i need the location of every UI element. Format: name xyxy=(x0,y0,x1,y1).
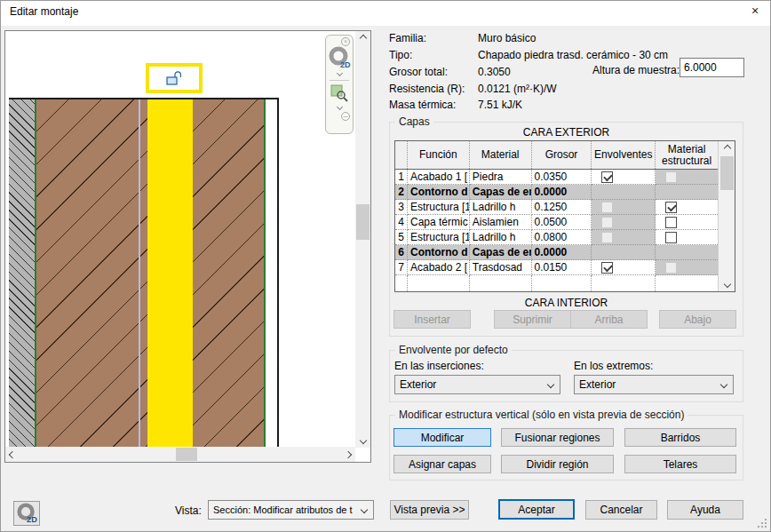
header-num xyxy=(395,141,408,169)
capas-group: Capas CARA EXTERIOR FunciónMaterialGroso… xyxy=(389,122,743,337)
preview-2d-button[interactable]: 2D xyxy=(13,501,40,526)
layer-row-6[interactable]: 6Contorno dCapas de en0.0000 xyxy=(395,245,718,260)
navbar-minimize-icon[interactable]: – xyxy=(341,112,350,121)
table-scroll-down-icon[interactable] xyxy=(719,277,735,291)
zoom-dropdown-icon[interactable] xyxy=(336,104,342,110)
aceptar-button[interactable]: Aceptar xyxy=(498,499,575,520)
structural-checkbox[interactable] xyxy=(665,217,677,228)
insertar-button[interactable]: Insertar xyxy=(393,310,471,329)
table-scroll-up-icon[interactable] xyxy=(719,141,735,155)
header-funcion: Función xyxy=(408,141,470,169)
structural-checkbox[interactable] xyxy=(665,232,677,243)
header-grosor: Grosor xyxy=(532,141,592,169)
layer-ladrillo-80 xyxy=(193,99,264,447)
grosor-total-value: 0.3050 xyxy=(478,66,511,78)
layer-row-4[interactable]: 4Capa térmicAislamien0.0500 xyxy=(395,215,718,230)
svg-text:2D: 2D xyxy=(27,515,37,524)
tipo-value: Chapado piedra trasd. cerámico - 30 cm xyxy=(478,49,668,61)
selection-highlight-box[interactable] xyxy=(146,63,203,93)
arriba-button[interactable]: Arriba xyxy=(570,310,648,329)
header-env: Envolventes xyxy=(592,141,656,169)
abajo-button[interactable]: Abajo xyxy=(659,310,736,329)
asignar-capas-button[interactable]: Asignar capas xyxy=(393,455,491,473)
navbar-divider xyxy=(330,80,349,81)
vista-select[interactable]: Sección: Modificar atributos de t xyxy=(208,500,374,520)
scroll-right-icon[interactable] xyxy=(341,447,355,462)
envolventes-checkbox[interactable] xyxy=(601,262,613,274)
navbar-close-icon[interactable]: × xyxy=(341,37,350,46)
envolventes-checkbox xyxy=(602,202,612,212)
layer-piedra xyxy=(9,99,35,447)
layer-ladrillo-125 xyxy=(36,99,147,447)
envolventes-checkbox[interactable] xyxy=(601,171,613,183)
envolvente-group-label: Envolvente por defecto xyxy=(395,344,512,356)
vista-previa-button[interactable]: Vista previa >> xyxy=(390,500,469,520)
structural-checkbox xyxy=(666,172,676,182)
layer-trasdosado xyxy=(266,99,277,447)
layer-row-2[interactable]: 2Contorno dCapas de en0.0000 xyxy=(395,185,718,200)
dividir-region-button[interactable]: Dividir región xyxy=(501,455,614,473)
resistencia-value: 0.0121 (m²·K)/W xyxy=(478,83,557,95)
cara-interior-label: CARA INTERIOR xyxy=(390,297,743,309)
telares-button[interactable]: Telares xyxy=(624,455,736,473)
familia-value: Muro básico xyxy=(478,32,536,44)
close-icon[interactable]: × xyxy=(747,3,763,19)
vertical-group-label: Modificar estructura vertical (sólo en v… xyxy=(395,409,688,421)
chevron-down-icon xyxy=(720,381,727,388)
modificar-button[interactable]: Modificar xyxy=(393,428,491,447)
grosor-total-label: Grosor total: xyxy=(389,66,448,78)
ayuda-button[interactable]: Ayuda xyxy=(667,500,743,520)
layer-row-1[interactable]: 1Acabado 1 [Piedra0.0350 xyxy=(395,170,718,185)
fusionar-regiones-button[interactable]: Fusionar regiones xyxy=(501,428,614,447)
extremos-label: En los extremos: xyxy=(574,360,653,372)
wheel-dropdown-icon[interactable] xyxy=(336,70,342,76)
structural-checkbox[interactable] xyxy=(665,202,677,213)
scroll-up-icon[interactable] xyxy=(355,31,370,45)
tipo-label: Tipo: xyxy=(389,49,412,61)
altura-muestra-input[interactable] xyxy=(680,58,744,77)
extremos-select[interactable]: Exterior xyxy=(574,375,734,394)
envolventes-checkbox xyxy=(602,218,612,227)
header-material: Material xyxy=(470,141,532,169)
zoom-region-icon[interactable] xyxy=(330,83,349,103)
wall-edge-line xyxy=(277,99,279,447)
vertical-structure-group: Modificar estructura vertical (sólo en v… xyxy=(389,415,743,480)
cara-exterior-label: CARA EXTERIOR xyxy=(390,126,743,139)
reference-line xyxy=(139,99,140,447)
steering-wheel-2d-icon: 2D xyxy=(16,503,37,524)
wall-section-view[interactable]: × 2D – xyxy=(5,31,355,447)
horizontal-scroll-thumb[interactable] xyxy=(176,448,197,461)
envolventes-checkbox xyxy=(602,233,612,242)
cancelar-button[interactable]: Cancelar xyxy=(585,500,657,520)
vista-label: Vista: xyxy=(175,504,202,517)
barridos-button[interactable]: Barridos xyxy=(624,428,736,447)
layer-row-3[interactable]: 3Estructura [1Ladrillo h0.1250 xyxy=(395,200,718,215)
chevron-down-icon xyxy=(547,381,554,388)
masa-termica-value: 7.51 kJ/K xyxy=(478,99,522,111)
preview-horizontal-scrollbar[interactable] xyxy=(5,447,355,462)
scroll-left-icon[interactable] xyxy=(5,447,20,462)
resize-grip[interactable] xyxy=(758,519,767,528)
table-header-row: FunciónMaterialGrosorEnvolventesMaterial… xyxy=(395,141,718,170)
empty-table-row[interactable] xyxy=(395,275,718,291)
familia-label: Familia: xyxy=(389,32,426,44)
inserciones-label: En las inserciones: xyxy=(394,360,484,372)
inserciones-select[interactable]: Exterior xyxy=(394,375,560,394)
scroll-down-icon[interactable] xyxy=(355,433,370,448)
vertical-scroll-thumb[interactable] xyxy=(356,204,370,240)
layer-row-5[interactable]: 5Estructura [1Ladrillo h0.0800 xyxy=(395,230,718,245)
suprimir-button[interactable]: Suprimir xyxy=(494,310,571,329)
svg-text:2D: 2D xyxy=(340,60,351,69)
layers-table: FunciónMaterialGrosorEnvolventesMaterial… xyxy=(394,140,735,292)
dialog-title: Editar montaje xyxy=(10,5,78,18)
table-vertical-scrollbar[interactable] xyxy=(718,141,735,291)
preview-vertical-scrollbar[interactable] xyxy=(355,31,370,448)
table-scroll-thumb[interactable] xyxy=(720,156,734,190)
steering-wheel-2d-icon[interactable]: 2D xyxy=(328,46,351,69)
altura-muestra-label: Altura de muestra: xyxy=(592,64,680,76)
layer-row-7[interactable]: 7Acabado 2 [Trasdosad0.0150 xyxy=(395,260,718,275)
chevron-down-icon xyxy=(361,506,368,513)
layer-aislamiento xyxy=(147,99,193,447)
edit-assembly-dialog: Editar montaje × × 2D xyxy=(0,0,771,532)
wall-preview-pane: × 2D – xyxy=(4,30,371,463)
